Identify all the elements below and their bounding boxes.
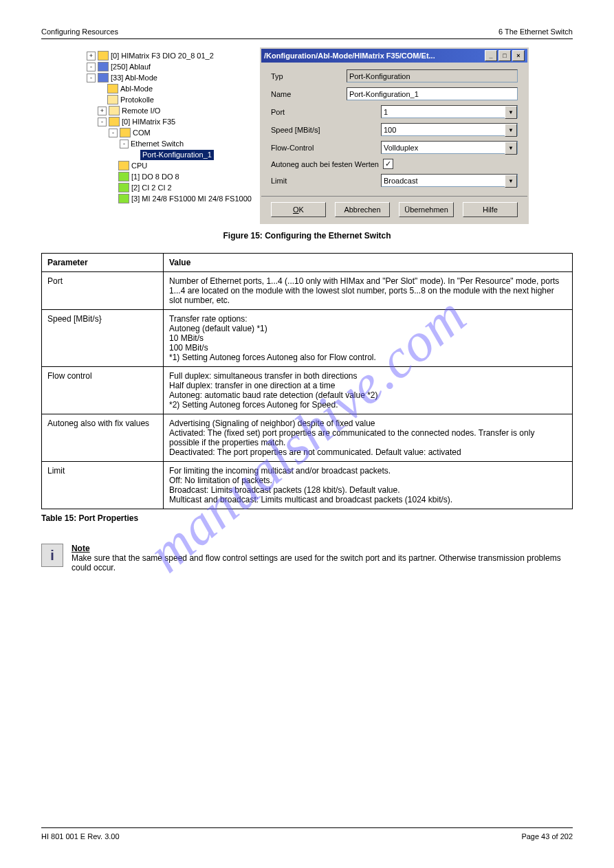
note-body: Make sure that the same speed and flow c… (72, 553, 573, 572)
label-autoneg: Autoneg auch bei festen Werten (271, 160, 379, 168)
label-flow: Flow-Control (271, 144, 381, 152)
expand-icon[interactable]: - (109, 129, 118, 137)
chevron-down-icon[interactable]: ▼ (505, 142, 517, 155)
properties-dialog: /Konfiguration/Abl-Mode/HIMatrix F35/COM… (260, 47, 529, 224)
tree-view[interactable]: +[0] HIMatrix F3 DIO 20_8 01_2-[250] Abl… (85, 47, 260, 224)
note-heading: Note (72, 544, 573, 553)
table-row: Autoneg also with fix valuesAdvertising … (42, 414, 573, 462)
th-parameter: Parameter (42, 254, 164, 272)
tree-item-label: [0] HIMatrix F3 DIO 20_8 01_2 (111, 51, 214, 61)
tree-node[interactable]: +[0] HIMatrix F3 DIO 20_8 01_2 (87, 50, 259, 61)
tree-item-label: [33] Abl-Mode (111, 73, 157, 83)
help-button[interactable]: Hilfe (463, 202, 518, 217)
param-value: Advertising (Signaling of neighbor) desp… (164, 414, 573, 462)
tree-item-icon (118, 161, 129, 170)
tree-node[interactable]: CPU (87, 160, 259, 171)
tree-item-icon (120, 128, 131, 137)
tree-item-label: Protokolle (120, 95, 154, 105)
expand-icon[interactable]: + (87, 52, 96, 60)
param-value: Transfer rate options:Autoneg (default v… (164, 310, 573, 367)
tree-item-icon (118, 194, 129, 203)
tree-item-label: Port-Konfiguration_1 (140, 150, 214, 160)
expand-icon[interactable]: - (98, 118, 107, 126)
checkbox-autoneg[interactable]: ✓ (383, 159, 393, 169)
tree-item-icon (109, 117, 120, 126)
minimize-icon[interactable]: _ (485, 50, 497, 61)
tree-item-icon (118, 172, 129, 181)
field-speed[interactable] (381, 123, 518, 136)
field-flow-control[interactable] (381, 141, 518, 154)
tree-item-label: CPU (131, 161, 147, 171)
tree-node[interactable]: -COM (87, 127, 259, 138)
param-name: Speed [MBit/s} (42, 310, 164, 367)
chevron-down-icon[interactable]: ▼ (505, 106, 517, 119)
tree-item-icon (107, 84, 118, 93)
param-name: Limit (42, 462, 164, 509)
tree-item-icon (109, 106, 120, 115)
cancel-button[interactable]: Abbrechen (335, 202, 390, 217)
tree-node[interactable]: -[250] Ablauf (87, 61, 259, 72)
table-row: LimitFor limiting the incoming multicast… (42, 462, 573, 509)
expand-icon[interactable]: - (87, 74, 96, 82)
chevron-down-icon[interactable]: ▼ (505, 124, 517, 137)
chevron-down-icon[interactable]: ▼ (505, 175, 517, 188)
header-right: 6 The Ethernet Switch (498, 27, 573, 36)
tree-node[interactable]: [1] DO 8 DO 8 (87, 171, 259, 182)
tree-node[interactable]: Protokolle (87, 94, 259, 105)
tree-item-label: [3] MI 24/8 FS1000 MI 24/8 FS1000 (131, 194, 252, 204)
dialog-titlebar[interactable]: /Konfiguration/Abl-Mode/HIMatrix F35/COM… (261, 49, 527, 63)
expand-icon[interactable]: + (98, 107, 107, 115)
ok-button[interactable]: OK (271, 202, 326, 217)
footer-right: Page 43 of 202 (521, 832, 573, 841)
tree-item-label: [0] HIMatrix F35 (122, 117, 175, 127)
label-name: Name (271, 90, 347, 98)
tree-item-icon (98, 73, 109, 82)
field-port[interactable] (381, 105, 518, 118)
param-value: Full duplex: simultaneous transfer in bo… (164, 367, 573, 414)
tree-item-icon (107, 95, 118, 104)
note-block: i Note Make sure that the same speed and… (41, 544, 573, 572)
field-typ (347, 69, 518, 82)
tree-node[interactable]: -Ethernet Switch (87, 138, 259, 149)
field-limit[interactable] (381, 174, 518, 187)
tree-item-label: [250] Ablauf (111, 62, 151, 72)
header-rule (41, 38, 573, 39)
param-value: Number of Ethernet ports, 1...4 (...10 o… (164, 272, 573, 310)
param-name: Flow control (42, 367, 164, 414)
footer-left: HI 801 001 E Rev. 3.00 (41, 832, 120, 841)
expand-icon[interactable]: - (87, 63, 96, 71)
tree-item-icon (98, 62, 109, 71)
field-name[interactable] (347, 87, 518, 100)
tree-item-label: [1] DO 8 DO 8 (131, 172, 179, 182)
dialog-title: /Konfiguration/Abl-Mode/HIMatrix F35/COM… (264, 52, 483, 60)
th-value: Value (164, 254, 573, 272)
table-row: Flow controlFull duplex: simultaneous tr… (42, 367, 573, 414)
label-speed: Speed [MBit/s] (271, 126, 381, 134)
param-name: Port (42, 272, 164, 310)
page-footer: HI 801 001 E Rev. 3.00 Page 43 of 202 (41, 827, 573, 841)
tree-item-icon (98, 51, 109, 60)
tree-node[interactable]: [3] MI 24/8 FS1000 MI 24/8 FS1000 (87, 193, 259, 204)
maximize-icon[interactable]: □ (498, 50, 511, 61)
label-port: Port (271, 108, 381, 116)
table-caption: Table 15: Port Properties (41, 513, 573, 523)
tree-node[interactable]: Port-Konfiguration_1 (87, 149, 259, 160)
tree-item-label: [2] CI 2 CI 2 (131, 183, 172, 193)
tree-node[interactable]: +Remote I/O (87, 105, 259, 116)
tree-node[interactable]: Abl-Mode (87, 83, 259, 94)
apply-button[interactable]: Übernehmen (399, 202, 454, 217)
table-row: PortNumber of Ethernet ports, 1...4 (...… (42, 272, 573, 310)
tree-node[interactable]: -[33] Abl-Mode (87, 72, 259, 83)
param-value: For limiting the incoming multicast and/… (164, 462, 573, 509)
label-limit: Limit (271, 177, 381, 185)
expand-icon[interactable]: - (120, 140, 129, 148)
tree-item-label: Ethernet Switch (131, 139, 184, 149)
tree-item-label: COM (133, 128, 151, 138)
parameters-table: Parameter Value PortNumber of Ethernet p… (41, 253, 573, 509)
figure-caption: Figure 15: Configuring the Ethernet Swit… (41, 231, 573, 241)
tree-node[interactable]: -[0] HIMatrix F35 (87, 116, 259, 127)
param-name: Autoneg also with fix values (42, 414, 164, 462)
tree-item-label: Remote I/O (122, 106, 160, 116)
tree-node[interactable]: [2] CI 2 CI 2 (87, 182, 259, 193)
close-icon[interactable]: × (512, 50, 525, 61)
